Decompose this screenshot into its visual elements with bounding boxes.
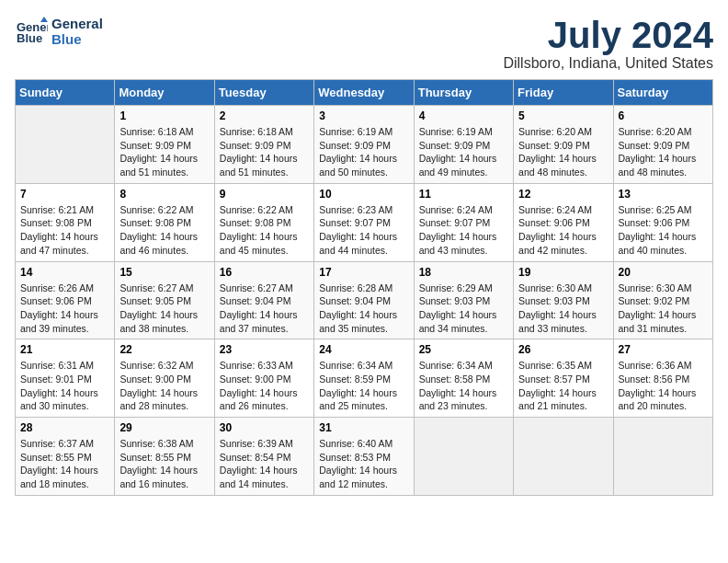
calendar-cell: 5Sunrise: 6:20 AM Sunset: 9:09 PM Daylig… (514, 106, 613, 184)
day-info: Sunrise: 6:34 AM Sunset: 8:58 PM Dayligh… (419, 359, 508, 413)
calendar-cell: 10Sunrise: 6:23 AM Sunset: 9:07 PM Dayli… (314, 183, 414, 261)
subtitle: Dillsboro, Indiana, United States (503, 55, 713, 72)
day-number: 5 (518, 109, 608, 122)
day-number: 26 (518, 343, 608, 356)
calendar-cell: 24Sunrise: 6:34 AM Sunset: 8:59 PM Dayli… (314, 339, 414, 418)
day-number: 10 (319, 188, 408, 201)
calendar-cell (414, 418, 513, 496)
day-number: 3 (319, 109, 408, 122)
calendar-cell (16, 106, 115, 184)
day-info: Sunrise: 6:35 AM Sunset: 8:57 PM Dayligh… (518, 359, 608, 413)
day-number: 19 (518, 266, 608, 279)
day-number: 12 (518, 188, 608, 201)
calendar-table: SundayMondayTuesdayWednesdayThursdayFrid… (15, 79, 713, 496)
day-number: 23 (220, 343, 309, 356)
day-info: Sunrise: 6:32 AM Sunset: 9:00 PM Dayligh… (119, 359, 209, 413)
day-number: 17 (319, 266, 408, 279)
day-number: 22 (119, 343, 209, 356)
calendar-cell: 15Sunrise: 6:27 AM Sunset: 9:05 PM Dayli… (115, 261, 214, 339)
day-info: Sunrise: 6:23 AM Sunset: 9:07 PM Dayligh… (319, 203, 408, 258)
day-number: 18 (419, 266, 508, 279)
logo: General Blue General Blue (15, 15, 103, 48)
day-info: Sunrise: 6:19 AM Sunset: 9:09 PM Dayligh… (419, 125, 508, 179)
day-header-sunday: Sunday (16, 80, 115, 106)
calendar-cell: 6Sunrise: 6:20 AM Sunset: 9:09 PM Daylig… (613, 106, 712, 184)
week-row-4: 28Sunrise: 6:37 AM Sunset: 8:55 PM Dayli… (16, 418, 713, 496)
day-info: Sunrise: 6:22 AM Sunset: 9:08 PM Dayligh… (220, 203, 309, 258)
calendar-cell: 20Sunrise: 6:30 AM Sunset: 9:02 PM Dayli… (613, 261, 712, 339)
logo-line1: General (51, 16, 103, 31)
day-number: 20 (619, 266, 708, 279)
week-row-2: 14Sunrise: 6:26 AM Sunset: 9:06 PM Dayli… (16, 261, 713, 339)
day-number: 15 (119, 266, 209, 279)
day-info: Sunrise: 6:36 AM Sunset: 8:56 PM Dayligh… (619, 359, 708, 413)
day-info: Sunrise: 6:30 AM Sunset: 9:03 PM Dayligh… (518, 282, 608, 336)
day-number: 29 (119, 421, 209, 434)
day-info: Sunrise: 6:38 AM Sunset: 8:55 PM Dayligh… (119, 437, 209, 491)
title-area: July 2024 Dillsboro, Indiana, United Sta… (503, 15, 713, 72)
calendar-cell (613, 418, 712, 496)
calendar-cell: 3Sunrise: 6:19 AM Sunset: 9:09 PM Daylig… (314, 106, 414, 184)
day-number: 13 (619, 188, 708, 201)
day-info: Sunrise: 6:21 AM Sunset: 9:08 PM Dayligh… (20, 203, 109, 258)
calendar-cell: 13Sunrise: 6:25 AM Sunset: 9:06 PM Dayli… (613, 183, 712, 261)
day-number: 16 (220, 266, 309, 279)
day-number: 2 (220, 109, 309, 122)
day-number: 4 (419, 109, 508, 122)
day-info: Sunrise: 6:25 AM Sunset: 9:06 PM Dayligh… (619, 203, 708, 258)
day-number: 11 (419, 188, 508, 201)
day-number: 9 (220, 188, 309, 201)
day-header-thursday: Thursday (414, 80, 513, 106)
day-info: Sunrise: 6:33 AM Sunset: 9:00 PM Dayligh… (220, 359, 309, 413)
day-number: 27 (619, 343, 708, 356)
calendar-cell: 16Sunrise: 6:27 AM Sunset: 9:04 PM Dayli… (214, 261, 313, 339)
calendar-cell: 17Sunrise: 6:28 AM Sunset: 9:04 PM Dayli… (314, 261, 414, 339)
calendar-cell: 4Sunrise: 6:19 AM Sunset: 9:09 PM Daylig… (414, 106, 513, 184)
day-info: Sunrise: 6:20 AM Sunset: 9:09 PM Dayligh… (619, 125, 708, 179)
calendar-cell: 27Sunrise: 6:36 AM Sunset: 8:56 PM Dayli… (613, 339, 712, 418)
calendar-cell: 14Sunrise: 6:26 AM Sunset: 9:06 PM Dayli… (16, 261, 115, 339)
calendar-cell: 19Sunrise: 6:30 AM Sunset: 9:03 PM Dayli… (514, 261, 613, 339)
calendar-cell: 12Sunrise: 6:24 AM Sunset: 9:06 PM Dayli… (514, 183, 613, 261)
calendar-cell: 22Sunrise: 6:32 AM Sunset: 9:00 PM Dayli… (115, 339, 214, 418)
day-header-wednesday: Wednesday (314, 80, 414, 106)
svg-text:Blue: Blue (17, 31, 42, 45)
day-number: 24 (319, 343, 408, 356)
day-number: 1 (119, 109, 209, 122)
calendar-cell: 29Sunrise: 6:38 AM Sunset: 8:55 PM Dayli… (115, 418, 214, 496)
svg-marker-2 (40, 17, 48, 22)
week-row-3: 21Sunrise: 6:31 AM Sunset: 9:01 PM Dayli… (16, 339, 713, 418)
logo-line2: Blue (51, 31, 103, 47)
week-row-1: 7Sunrise: 6:21 AM Sunset: 9:08 PM Daylig… (16, 183, 713, 261)
day-header-friday: Friday (514, 80, 613, 106)
day-info: Sunrise: 6:27 AM Sunset: 9:04 PM Dayligh… (220, 282, 309, 336)
day-info: Sunrise: 6:37 AM Sunset: 8:55 PM Dayligh… (20, 437, 109, 491)
calendar-cell: 8Sunrise: 6:22 AM Sunset: 9:08 PM Daylig… (115, 183, 214, 261)
calendar-cell: 31Sunrise: 6:40 AM Sunset: 8:53 PM Dayli… (314, 418, 414, 496)
calendar-cell: 26Sunrise: 6:35 AM Sunset: 8:57 PM Dayli… (514, 339, 613, 418)
calendar-cell: 18Sunrise: 6:29 AM Sunset: 9:03 PM Dayli… (414, 261, 513, 339)
calendar-cell: 1Sunrise: 6:18 AM Sunset: 9:09 PM Daylig… (115, 106, 214, 184)
day-number: 14 (20, 266, 109, 279)
day-info: Sunrise: 6:20 AM Sunset: 9:09 PM Dayligh… (518, 125, 608, 179)
calendar-cell: 9Sunrise: 6:22 AM Sunset: 9:08 PM Daylig… (214, 183, 313, 261)
day-number: 6 (619, 109, 708, 122)
day-header-saturday: Saturday (613, 80, 712, 106)
day-info: Sunrise: 6:22 AM Sunset: 9:08 PM Dayligh… (119, 203, 209, 258)
day-number: 28 (20, 421, 109, 434)
calendar-cell: 2Sunrise: 6:18 AM Sunset: 9:09 PM Daylig… (214, 106, 313, 184)
day-info: Sunrise: 6:26 AM Sunset: 9:06 PM Dayligh… (20, 282, 109, 336)
day-number: 7 (20, 188, 109, 201)
calendar-cell (514, 418, 613, 496)
calendar-cell: 28Sunrise: 6:37 AM Sunset: 8:55 PM Dayli… (16, 418, 115, 496)
day-info: Sunrise: 6:30 AM Sunset: 9:02 PM Dayligh… (619, 282, 708, 336)
day-info: Sunrise: 6:40 AM Sunset: 8:53 PM Dayligh… (319, 437, 408, 491)
calendar-cell: 7Sunrise: 6:21 AM Sunset: 9:08 PM Daylig… (16, 183, 115, 261)
day-info: Sunrise: 6:18 AM Sunset: 9:09 PM Dayligh… (220, 125, 309, 179)
day-info: Sunrise: 6:24 AM Sunset: 9:06 PM Dayligh… (518, 203, 608, 258)
calendar-cell: 30Sunrise: 6:39 AM Sunset: 8:54 PM Dayli… (214, 418, 313, 496)
day-info: Sunrise: 6:29 AM Sunset: 9:03 PM Dayligh… (419, 282, 508, 336)
page-header: General Blue General Blue July 2024 Dill… (15, 15, 713, 72)
day-info: Sunrise: 6:39 AM Sunset: 8:54 PM Dayligh… (220, 437, 309, 491)
day-number: 30 (220, 421, 309, 434)
